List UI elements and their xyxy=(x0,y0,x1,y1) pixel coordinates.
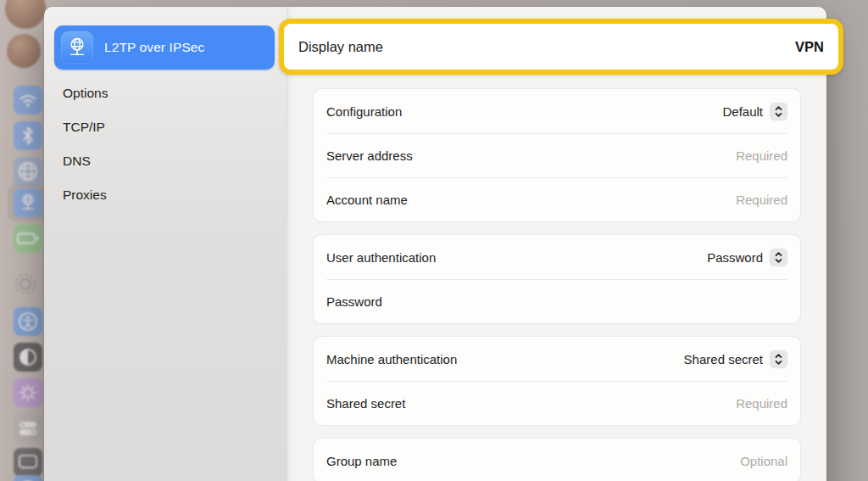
chevron-up-down-icon xyxy=(770,103,787,120)
appearance-icon xyxy=(14,343,42,372)
form-group-4: Group nameOptional xyxy=(313,438,801,481)
form-group-2: User authenticationPasswordPassword xyxy=(313,234,801,324)
user-avatar-icon-2 xyxy=(7,34,41,68)
field-label: Machine authentication xyxy=(326,352,457,366)
form-group-3: Machine authenticationShared secretShare… xyxy=(313,336,801,426)
field-value-area: Required xyxy=(736,193,787,207)
vpn-globe-icon xyxy=(61,31,93,64)
vpn-settings-sheet: L2TP over IPSec OptionsTCP/IPDNSProxies … xyxy=(44,7,826,481)
field-label: Account name xyxy=(326,193,408,207)
chevron-up-down-icon xyxy=(770,350,787,368)
vpn-network-icon xyxy=(14,188,42,217)
sidebar-item-options[interactable]: Options xyxy=(44,76,287,110)
battery-icon xyxy=(14,224,42,253)
password-field[interactable]: Password xyxy=(326,279,787,323)
field-placeholder: Required xyxy=(736,148,787,163)
sidebar-selected-label: L2TP over IPSec xyxy=(104,40,204,55)
configuration-field[interactable]: ConfigurationDefault xyxy=(326,89,787,133)
display-name-value: VPN xyxy=(795,39,824,55)
field-placeholder: Required xyxy=(736,193,787,207)
siri-icon xyxy=(14,378,42,407)
sidebar-nav: OptionsTCP/IPDNSProxies xyxy=(44,76,287,212)
background-app-sidebar xyxy=(0,0,51,481)
configuration-popup-button[interactable]: Default xyxy=(722,103,787,120)
chevron-up-down-icon xyxy=(770,249,787,266)
vpn-form: ConfigurationDefaultServer addressRequir… xyxy=(287,7,826,481)
user-avatar-icon xyxy=(5,0,46,29)
desktop-dock-icon xyxy=(14,448,42,477)
field-value-area: Required xyxy=(736,148,787,163)
field-placeholder: Optional xyxy=(740,454,787,468)
sidebar-item-proxies[interactable]: Proxies xyxy=(44,178,287,212)
field-label: Shared secret xyxy=(326,396,405,411)
machine-authentication-field[interactable]: Machine authenticationShared secret xyxy=(326,337,787,381)
form-group-1: ConfigurationDefaultServer addressRequir… xyxy=(313,88,801,222)
user-authentication-popup-button[interactable]: Password xyxy=(707,249,787,266)
field-value-area: Required xyxy=(736,396,787,411)
field-value-area: Optional xyxy=(740,454,787,468)
field-label: Group name xyxy=(326,454,397,468)
vpn-sheet-sidebar: L2TP over IPSec OptionsTCP/IPDNSProxies xyxy=(44,7,287,481)
sidebar-item-l2tp-over-ipsec[interactable]: L2TP over IPSec xyxy=(54,25,275,70)
highlight-annotation: Display name VPN xyxy=(279,19,843,75)
user-authentication-field[interactable]: User authenticationPassword xyxy=(326,235,787,279)
machine-authentication-popup-button[interactable]: Shared secret xyxy=(684,350,787,368)
group-name-field[interactable]: Group nameOptional xyxy=(326,439,787,481)
account-name-field[interactable]: Account nameRequired xyxy=(326,177,787,221)
popup-selected-value: Shared secret xyxy=(684,352,763,366)
globe-icon xyxy=(14,157,42,186)
shared-secret-field[interactable]: Shared secretRequired xyxy=(326,381,787,425)
popup-selected-value: Default xyxy=(722,104,763,119)
field-placeholder: Required xyxy=(736,396,787,411)
sidebar-item-dns[interactable]: DNS xyxy=(44,144,287,178)
server-address-field[interactable]: Server addressRequired xyxy=(326,133,787,177)
field-label: Password xyxy=(326,294,382,309)
gear-icon xyxy=(13,271,38,297)
wifi-icon xyxy=(14,86,42,115)
bluetooth-icon xyxy=(14,121,42,150)
display-name-label: Display name xyxy=(298,39,383,55)
network-icon-partial xyxy=(14,475,42,481)
sidebar-item-tcp-ip[interactable]: TCP/IP xyxy=(44,110,287,144)
field-label: User authentication xyxy=(326,250,436,265)
display-name-field[interactable]: Display name VPN xyxy=(284,24,838,70)
vpn-sheet-content: Display name VPN ConfigurationDefaultSer… xyxy=(287,7,826,481)
field-label: Server address xyxy=(326,148,413,163)
control-center-icon xyxy=(14,414,42,443)
popup-selected-value: Password xyxy=(707,250,763,265)
accessibility-icon xyxy=(14,307,42,336)
field-label: Configuration xyxy=(326,104,402,119)
